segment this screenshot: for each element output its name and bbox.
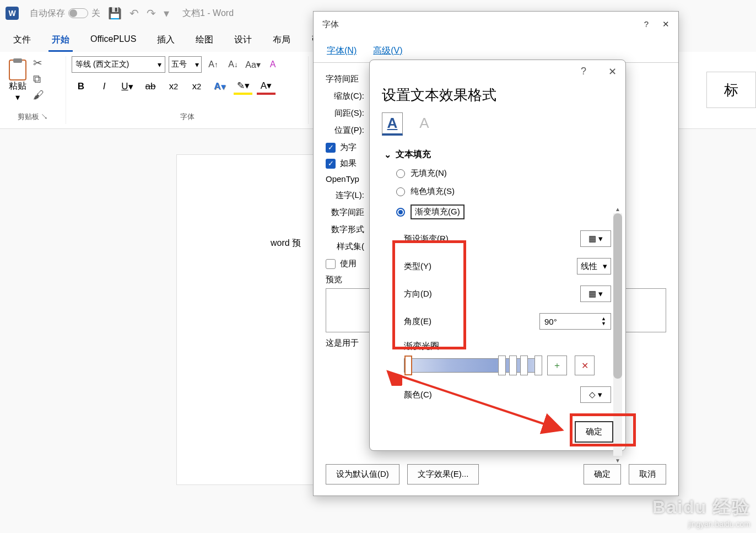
paste-button[interactable]: 粘贴 ▾ <box>6 56 30 106</box>
autosave-toggle[interactable]: 自动保存 关 <box>30 8 100 19</box>
close-icon[interactable]: ✕ <box>662 19 669 29</box>
gradient-fill-radio[interactable]: 渐变填充(G) <box>396 204 611 219</box>
font-size-select[interactable]: 五号▾ <box>169 56 202 73</box>
clear-format-icon[interactable]: A <box>264 57 281 72</box>
clipboard-group: 粘贴 ▾ ✂ ⧉ 🖌 剪贴板 ↘ <box>0 56 66 124</box>
text-outline-mode-icon[interactable]: A <box>414 112 435 136</box>
qat-dropdown-icon[interactable]: ▾ <box>164 7 169 20</box>
font-color-button[interactable]: A▾ <box>257 78 276 95</box>
change-case-icon[interactable]: Aa▾ <box>245 57 261 72</box>
font-dialog-tab-font[interactable]: 字体(N) <box>327 42 357 62</box>
subscript-button[interactable]: x2 <box>164 78 183 95</box>
font-family-select[interactable]: 等线 (西文正文)▾ <box>72 56 165 73</box>
tab-draw[interactable]: 绘图 <box>192 30 217 52</box>
chevron-down-icon: ▾ <box>195 60 199 69</box>
text-fill-label: 文本填充 <box>396 149 431 160</box>
text-effects-button[interactable]: A▾ <box>210 78 229 95</box>
use-context-checkbox[interactable] <box>326 259 336 269</box>
document-title: 文档1 - Word <box>182 8 234 19</box>
kerning-checkbox[interactable]: ✓ <box>326 143 336 153</box>
toggle-switch-icon[interactable] <box>68 8 88 18</box>
strike-button[interactable]: ab <box>141 78 160 95</box>
use-context-label: 使用 <box>340 259 357 269</box>
help-icon[interactable]: ? <box>581 66 586 78</box>
font-group: 等线 (西文正文)▾ 五号▾ A↑ A↓ Aa▾ A B I U▾ ab x2 … <box>66 56 309 124</box>
paste-label: 粘贴 <box>9 80 26 92</box>
copy-icon[interactable]: ⧉ <box>33 73 44 85</box>
angle-input[interactable]: 90°▲▼ <box>539 313 611 330</box>
scroll-up-icon[interactable]: ▲ <box>613 204 622 213</box>
clipboard-group-label: 剪贴板 ↘ <box>6 110 60 124</box>
spacing-label: 间距(S): <box>326 108 364 119</box>
word-app-icon: W <box>6 7 19 20</box>
snap-checkbox[interactable]: ✓ <box>326 159 336 169</box>
tab-file[interactable]: 文件 <box>10 30 34 52</box>
font-group-label: 字体 <box>72 110 303 124</box>
help-icon[interactable]: ? <box>644 19 649 29</box>
text-fill-section[interactable]: ⌄ 文本填充 <box>384 149 611 160</box>
scale-label: 缩放(C): <box>326 91 364 101</box>
font-ok-button[interactable]: 确定 <box>584 464 621 484</box>
dialog-launcher-icon[interactable]: ↘ <box>41 112 48 121</box>
tab-insert[interactable]: 插入 <box>154 30 178 52</box>
solid-fill-radio[interactable]: 纯色填充(S) <box>396 186 611 197</box>
close-icon[interactable]: ✕ <box>608 66 617 78</box>
font-cancel-button[interactable]: 取消 <box>629 464 666 484</box>
gradient-stops-bar[interactable] <box>404 358 542 373</box>
color-label: 颜色(C) <box>404 390 432 400</box>
tab-home[interactable]: 开始 <box>48 30 73 52</box>
font-family-value: 等线 (西文正文) <box>75 60 129 69</box>
chevron-down-icon: ▾ <box>603 261 607 271</box>
effect-ok-button[interactable]: 确定 <box>575 421 613 443</box>
text-fill-mode-icon[interactable]: A <box>382 112 403 136</box>
italic-button[interactable]: I <box>95 78 114 95</box>
gradient-stop[interactable] <box>534 356 542 375</box>
gradient-stop[interactable] <box>520 356 528 375</box>
angle-label: 角度(E) <box>404 316 431 327</box>
tab-layout[interactable]: 布局 <box>269 30 294 52</box>
ligatures-label: 连字(L): <box>326 190 364 201</box>
scroll-down-icon[interactable]: ▼ <box>613 456 622 465</box>
tab-officeplus[interactable]: OfficePLUS <box>87 30 139 52</box>
undo-icon[interactable]: ↶ <box>129 7 139 20</box>
redo-icon[interactable]: ↷ <box>147 7 156 20</box>
underline-button[interactable]: U▾ <box>118 78 137 95</box>
preset-gradient-select[interactable]: ▦ ▾ <box>580 230 611 247</box>
tab-design[interactable]: 设计 <box>231 30 255 52</box>
gradient-stop[interactable] <box>509 356 517 375</box>
highlight-button[interactable]: ✎▾ <box>234 78 252 95</box>
effect-dialog-title: 设置文本效果格式 <box>370 83 625 112</box>
save-icon[interactable]: 💾 <box>108 7 122 20</box>
direction-select[interactable]: ▦ ▾ <box>580 286 611 302</box>
text-effect-button[interactable]: 文字效果(E)... <box>407 464 479 484</box>
cut-icon[interactable]: ✂ <box>33 56 44 69</box>
no-fill-radio[interactable]: 无填充(N) <box>396 168 611 179</box>
add-stop-icon[interactable]: ＋ <box>547 356 567 375</box>
num-form-label: 数字形式 <box>326 224 364 235</box>
toggle-state: 关 <box>91 8 100 19</box>
type-label: 类型(Y) <box>404 261 431 272</box>
font-dialog-title: 字体 <box>322 19 339 30</box>
document-text: word 预 <box>271 238 301 249</box>
gradient-stop[interactable] <box>404 356 412 375</box>
stops-label: 渐变光圈 <box>404 341 611 352</box>
decrease-font-icon[interactable]: A↓ <box>225 57 241 72</box>
increase-font-icon[interactable]: A↑ <box>205 57 222 72</box>
chevron-down-icon: ▾ <box>158 60 161 69</box>
watermark: Baidu 经验 jingyan.baidu.com <box>652 496 750 529</box>
superscript-button[interactable]: x2 <box>187 78 206 95</box>
color-select[interactable]: ◇ ▾ <box>580 386 611 403</box>
scrollbar[interactable]: ▲ ▼ <box>613 213 622 456</box>
position-label: 位置(P): <box>326 125 364 136</box>
direction-label: 方向(D) <box>404 289 432 299</box>
set-default-button[interactable]: 设为默认值(D) <box>326 464 399 484</box>
style-card[interactable]: 标 <box>706 72 756 108</box>
gradient-stop[interactable] <box>498 356 506 375</box>
bold-button[interactable]: B <box>72 78 90 95</box>
preset-gradient-label: 预设渐变(R) <box>404 234 449 244</box>
type-select[interactable]: 线性▾ <box>577 258 611 274</box>
paste-icon <box>9 60 26 80</box>
format-painter-icon[interactable]: 🖌 <box>33 89 44 101</box>
remove-stop-icon[interactable]: ✕ <box>575 356 595 375</box>
scroll-thumb[interactable] <box>613 213 622 379</box>
